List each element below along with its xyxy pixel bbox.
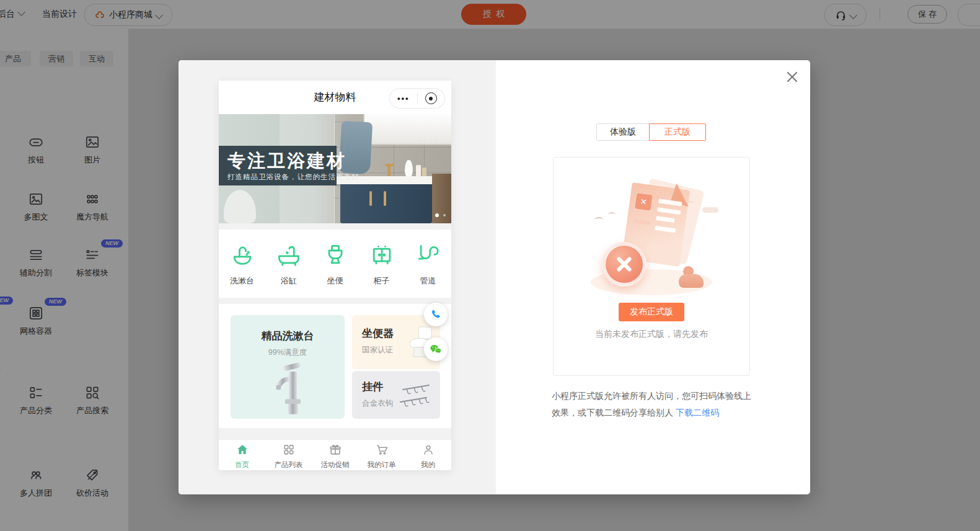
- product-section: 精品洗漱台 99%满意度 坐便器: [219, 304, 451, 428]
- person-icon: [422, 443, 435, 457]
- banner-art-vase: [405, 160, 413, 177]
- nav-promotions[interactable]: 活动促销: [312, 440, 358, 470]
- illustration-person-body: [679, 274, 704, 288]
- category-toilet[interactable]: 坐便: [316, 242, 355, 287]
- phone-icon: [430, 308, 442, 321]
- wechat-contact-button[interactable]: [424, 337, 448, 361]
- faucet-image: [259, 359, 316, 416]
- illustration-doc-line: [655, 226, 676, 233]
- banner-art-handle-2: [384, 191, 386, 206]
- banner-art-cabinet: [340, 184, 432, 223]
- illustration-bird-2: [608, 212, 616, 217]
- illustration-cloud: [702, 207, 718, 213]
- banner-art-mirror: [363, 114, 451, 145]
- illustration-doc-x: ✕: [635, 193, 652, 210]
- wechat-icon: [429, 342, 443, 356]
- category-pipe[interactable]: 管道: [408, 242, 448, 287]
- footer-text: 小程序正式版允许被所有人访问，您可扫码体验线上效果，或下载二维码分享给别人: [552, 391, 751, 417]
- tab-trial-version[interactable]: 体验版: [596, 123, 650, 141]
- home-icon: [236, 443, 249, 457]
- illustration-doc-line: [656, 216, 675, 223]
- nav-profile[interactable]: 我的: [405, 440, 451, 470]
- category-bathtub[interactable]: 浴缸: [269, 242, 309, 287]
- empty-state-illustration: ✕: [583, 176, 720, 298]
- category-nav: 洗漱台 浴缸 坐便 柜子: [219, 230, 451, 298]
- nav-home[interactable]: 首页: [219, 440, 265, 470]
- hooks-image: [398, 381, 436, 411]
- banner-dot: [443, 214, 446, 216]
- category-sink[interactable]: 洗漱台: [223, 242, 262, 287]
- capsule-more-icon[interactable]: •••: [390, 94, 417, 103]
- cart-icon: [375, 443, 389, 457]
- banner-art-bottle: [416, 165, 421, 177]
- tab-release-version[interactable]: 正式版: [649, 123, 706, 141]
- illustration-doc-line: [657, 207, 681, 215]
- publish-status-text: 当前未发布正式版，请先发布: [554, 329, 749, 340]
- pipe-icon: [415, 242, 442, 269]
- sink-icon: [229, 242, 256, 269]
- nav-orders[interactable]: 我的订单: [358, 440, 405, 470]
- phone-preview: 建材物料 •••: [219, 81, 451, 470]
- download-qrcode-link[interactable]: 下载二维码: [676, 408, 719, 417]
- preview-pane: 建材物料 •••: [179, 60, 496, 494]
- banner-title: 专注卫浴建材: [227, 149, 347, 174]
- gift-icon: [329, 443, 342, 457]
- banner-subtitle: 打造精品卫浴设备，让您的生活更美好: [227, 172, 360, 182]
- toilet-icon: [322, 242, 349, 269]
- publish-release-button[interactable]: 发布正式版: [619, 303, 684, 321]
- category-cabinet[interactable]: 柜子: [362, 242, 402, 287]
- banner[interactable]: 专注卫浴建材 打造精品卫浴设备，让您的生活更美好: [219, 114, 451, 223]
- product-card-featured[interactable]: 精品洗漱台 99%满意度: [231, 315, 345, 419]
- nav-product-list[interactable]: 产品列表: [265, 440, 312, 470]
- phone-call-button[interactable]: [424, 303, 448, 326]
- capsule-exit-icon[interactable]: [418, 92, 445, 104]
- banner-art-faucet-top: [385, 164, 394, 166]
- phone-header: 建材物料 •••: [219, 81, 451, 114]
- publish-status-card: ✕ 发布正式版 当前未发布正式版，请先发布: [553, 157, 750, 376]
- product-card-hook[interactable]: 挂件 合金衣钩: [352, 371, 440, 419]
- bathtub-icon: [275, 242, 302, 269]
- illustration-doc-line: [633, 219, 651, 225]
- app-window: 后台 当前设计 小程序商城 授权 保存 产品 营销 互动 块 块 块 NEW 按…: [0, 0, 980, 531]
- phone-tabbar: 首页 产品列表 活动促销 我的订单: [219, 439, 451, 470]
- publish-footer-note: 小程序正式版允许被所有人访问，您可扫码体验线上效果，或下载二维码分享给别人 下载…: [552, 388, 751, 421]
- publish-dialog: 建材物料 •••: [179, 60, 810, 494]
- illustration-error-badge: [602, 242, 647, 287]
- banner-art-handle: [369, 191, 372, 206]
- wechat-capsule: •••: [389, 88, 445, 109]
- banner-dot-active: [435, 213, 439, 217]
- illustration-bird: [594, 217, 603, 223]
- cabinet-icon: [368, 242, 395, 269]
- close-icon[interactable]: [785, 70, 799, 84]
- product-list-icon: [282, 443, 296, 457]
